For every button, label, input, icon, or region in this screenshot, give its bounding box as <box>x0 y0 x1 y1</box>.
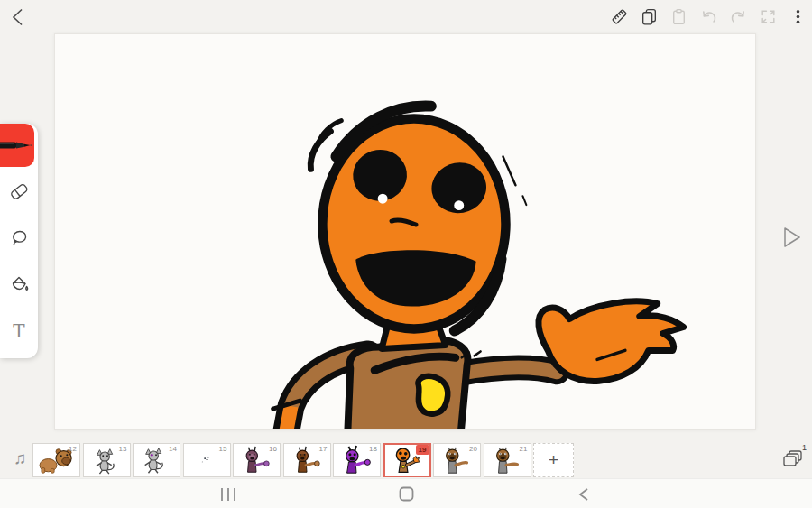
copy-button[interactable] <box>639 6 659 26</box>
topbar-actions <box>609 6 807 26</box>
recents-button[interactable] <box>215 479 242 508</box>
frame-thumbnail-19-selected[interactable]: 19 <box>383 443 431 477</box>
undo-icon <box>699 7 718 26</box>
frame-thumbnail-20[interactable]: 20 <box>433 443 481 477</box>
home-button[interactable] <box>392 479 420 508</box>
layers-button[interactable]: 1 <box>778 444 808 473</box>
fullscreen-button <box>758 6 778 26</box>
tool-panel: T <box>0 124 38 358</box>
paint-bucket-icon <box>8 273 30 295</box>
add-frame-button[interactable]: + <box>533 443 574 477</box>
copy-pages-icon <box>640 7 659 26</box>
nav-back-button[interactable] <box>570 479 597 508</box>
play-icon <box>779 224 804 251</box>
tool-pen-selected[interactable] <box>0 124 34 167</box>
frame-thumbnail-21[interactable]: 21 <box>484 443 531 477</box>
frame-number: 14 <box>169 445 177 453</box>
drawing-canvas[interactable] <box>54 33 756 430</box>
frame-number: 13 <box>119 445 127 453</box>
ruler-button[interactable] <box>609 6 629 26</box>
frame-number: 20 <box>469 445 477 453</box>
tool-lasso[interactable] <box>0 214 38 261</box>
undo-button <box>698 6 718 26</box>
frame-thumbnail-12[interactable]: 12 <box>32 443 80 477</box>
frame-number: 18 <box>369 445 377 453</box>
animation-editor-app: T ♫ 12 <box>0 0 812 508</box>
redo-icon <box>729 7 748 26</box>
ruler-icon <box>610 7 629 26</box>
redo-button <box>728 6 748 26</box>
topbar <box>0 0 812 33</box>
frame-number: 16 <box>269 445 277 453</box>
eraser-icon <box>8 180 30 201</box>
more-options-button[interactable] <box>788 6 807 26</box>
paste-button <box>669 6 688 26</box>
frame-thumbnail-16[interactable]: 16 <box>233 443 281 477</box>
frame-thumbnail-13[interactable]: 13 <box>83 443 131 477</box>
text-tool-icon: T <box>8 319 30 343</box>
frame-number: 15 <box>219 445 227 453</box>
more-dots-icon <box>789 7 807 26</box>
frames-strip: 12 13 <box>32 443 574 477</box>
tool-fill-bucket[interactable] <box>0 261 38 308</box>
character-drawing <box>55 34 755 429</box>
home-icon <box>399 486 414 502</box>
frame-number: 17 <box>319 445 328 453</box>
pen-icon <box>0 124 34 167</box>
selected-frame-badge: 19 <box>416 445 429 455</box>
frame-number: 12 <box>69 445 77 453</box>
tool-eraser[interactable] <box>0 167 38 214</box>
nav-back-icon <box>577 487 590 502</box>
audio-tracks-button[interactable]: ♫ <box>9 447 31 470</box>
lasso-icon <box>8 226 30 248</box>
frame-thumbnail-17[interactable]: 17 <box>283 443 331 477</box>
fullscreen-icon <box>759 7 778 26</box>
tool-text[interactable]: T <box>0 308 38 355</box>
layers-count: 1 <box>802 443 807 452</box>
frame-thumbnail-15[interactable]: 15 <box>183 443 231 477</box>
back-chevron-icon <box>7 5 31 29</box>
frame-thumbnail-18[interactable]: 18 <box>333 443 381 477</box>
recents-icon <box>220 487 236 502</box>
back-button[interactable] <box>7 5 31 29</box>
svg-text:T: T <box>13 320 25 342</box>
plus-icon: + <box>549 450 558 469</box>
frames-timeline: ♫ 12 <box>0 441 812 478</box>
system-navbar <box>0 478 812 508</box>
paste-clipboard-icon <box>669 7 688 26</box>
play-button[interactable] <box>778 224 805 253</box>
frame-number: 21 <box>520 445 528 453</box>
music-note-icon: ♫ <box>14 448 26 467</box>
frame-thumbnail-14[interactable]: 14 <box>133 443 180 477</box>
